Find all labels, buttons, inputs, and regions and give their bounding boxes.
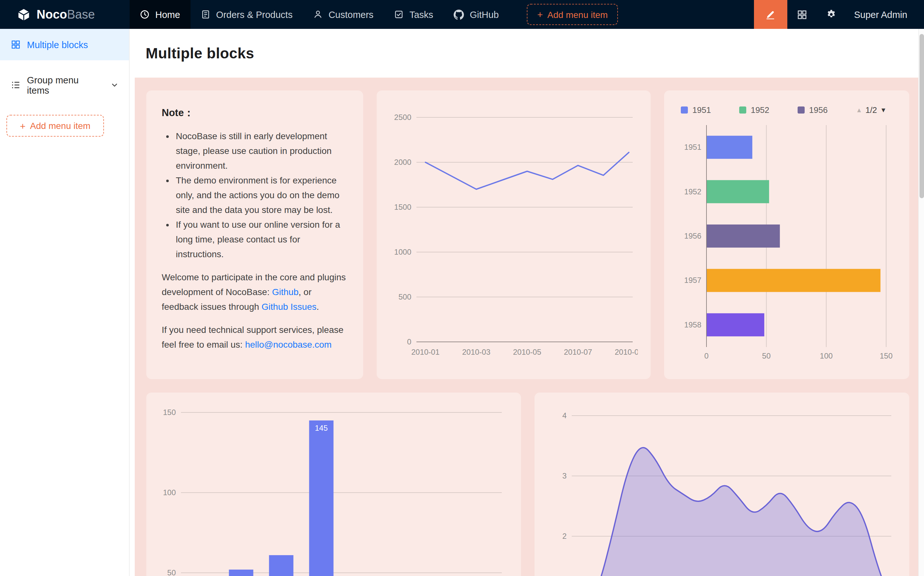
logo-text-light: Base	[67, 7, 95, 21]
chevron-down-icon	[111, 82, 118, 88]
legend-item-1951[interactable]: 1951	[681, 105, 711, 115]
body-row: Multiple blocks Group menu items + Add m…	[0, 29, 924, 576]
svg-text:2010-01: 2010-01	[412, 348, 440, 356]
customers-icon	[313, 10, 323, 19]
nav-actions: Super Admin	[754, 0, 924, 29]
note-paragraph: If you need technical support services, …	[162, 323, 348, 352]
legend-swatch	[681, 106, 688, 113]
legend-label: 1951	[692, 105, 711, 115]
svg-text:2010-05: 2010-05	[513, 348, 541, 356]
home-icon	[140, 10, 149, 19]
apps-button[interactable]	[787, 0, 817, 29]
scrollbar-thumb[interactable]	[919, 34, 924, 198]
sidebar-item-label: Multiple blocks	[27, 40, 88, 50]
note-title: Note：	[162, 104, 348, 121]
top-navigation: NocoBase Home Orders & Products Customer…	[0, 0, 924, 29]
github-issues-link[interactable]: Github Issues	[261, 301, 316, 312]
menu-item-customers[interactable]: Customers	[303, 0, 384, 29]
svg-text:2010-09: 2010-09	[615, 348, 638, 356]
column-chart-block: 15010050145	[146, 392, 521, 576]
main-content: Multiple blocks Note： NocoBase is still …	[130, 29, 924, 576]
user-menu[interactable]: Super Admin	[846, 9, 924, 19]
menu-item-github[interactable]: GitHub	[444, 0, 509, 29]
svg-text:2010-03: 2010-03	[462, 348, 490, 356]
sidebar-item-group-menu-items[interactable]: Group menu items	[0, 69, 129, 101]
note-bullet: If you want to use our online version fo…	[176, 218, 348, 262]
svg-text:4: 4	[562, 411, 567, 420]
sidebar-item-multiple-blocks[interactable]: Multiple blocks	[0, 29, 129, 60]
page-header: Multiple blocks	[130, 29, 924, 78]
legend-prev-icon[interactable]: ▲	[856, 106, 862, 113]
app-root: NocoBase Home Orders & Products Customer…	[0, 0, 924, 576]
legend-swatch	[739, 106, 746, 113]
svg-text:150: 150	[880, 352, 892, 360]
menu-item-label: Orders & Products	[216, 9, 293, 19]
nocobase-logo-icon	[17, 7, 31, 21]
svg-text:100: 100	[163, 488, 176, 497]
ui-editor-button[interactable]	[754, 0, 787, 29]
area-chart-block: 432	[535, 392, 909, 576]
page-title: Multiple blocks	[146, 45, 254, 62]
email-link[interactable]: hello@nocobase.com	[245, 339, 332, 350]
menu-item-label: Customers	[328, 9, 373, 19]
legend-page-indicator: 1/2	[865, 105, 877, 115]
content-area: Note： NocoBase is still in early develop…	[135, 78, 921, 576]
line-chart-block: 050010001500200025002010-012010-032010-0…	[377, 90, 651, 379]
plus-icon: +	[537, 10, 543, 19]
plus-icon: +	[20, 121, 26, 131]
github-link[interactable]: Github	[272, 287, 299, 297]
note-text: .	[317, 301, 319, 312]
svg-text:1951: 1951	[684, 143, 701, 151]
svg-text:2010-07: 2010-07	[564, 348, 592, 356]
note-bullet: The demo environment is for experience o…	[176, 173, 348, 218]
column-chart: 15010050145	[157, 403, 507, 576]
main-menu: Home Orders & Products Customers Tasks	[130, 0, 618, 29]
sidebar-add-menu-item-button[interactable]: + Add menu item	[6, 115, 104, 137]
svg-text:2000: 2000	[394, 158, 411, 166]
apps-grid-icon	[797, 9, 807, 19]
legend-item-1952[interactable]: 1952	[739, 105, 769, 115]
blocks-row-1: Note： NocoBase is still in early develop…	[146, 90, 909, 379]
logo-text-bold: Noco	[37, 7, 67, 21]
bar-chart-block: 1951 1952 1956 ▲	[664, 90, 909, 379]
gear-icon	[826, 9, 837, 20]
github-icon	[454, 9, 464, 19]
menu-item-tasks[interactable]: Tasks	[384, 0, 444, 29]
menu-item-orders-products[interactable]: Orders & Products	[190, 0, 303, 29]
svg-text:0: 0	[407, 338, 411, 346]
add-menu-item-label: Add menu item	[547, 9, 608, 19]
highlight-pen-icon	[765, 9, 776, 20]
nocobase-logo[interactable]: NocoBase	[0, 0, 130, 29]
blocks-row-2: 15010050145 432	[146, 392, 909, 576]
add-menu-item-label: Add menu item	[30, 121, 90, 131]
menu-item-home[interactable]: Home	[130, 0, 190, 29]
area-chart: 432	[545, 403, 895, 576]
svg-text:1952: 1952	[684, 187, 701, 196]
menu-item-label: GitHub	[470, 9, 498, 19]
svg-text:50: 50	[762, 352, 771, 360]
horizontal-bar-chart: 05010015019511952195619571958	[674, 121, 896, 368]
line-chart: 050010001500200025002010-012010-032010-0…	[387, 101, 638, 366]
list-icon	[11, 80, 21, 90]
legend-label: 1956	[809, 105, 828, 115]
legend-next-icon[interactable]: ▼	[880, 106, 887, 113]
note-bullet: NocoBase is still in early development s…	[176, 129, 348, 173]
svg-text:50: 50	[167, 568, 176, 576]
note-text: Welcome to participate in the core and p…	[162, 272, 346, 297]
svg-text:1500: 1500	[394, 203, 411, 211]
menu-item-label: Tasks	[409, 9, 433, 19]
legend-label: 1952	[751, 105, 769, 115]
menu-item-label: Home	[155, 9, 180, 19]
svg-text:100: 100	[820, 352, 833, 360]
svg-text:2500: 2500	[394, 113, 411, 122]
add-menu-item-button[interactable]: + Add menu item	[527, 4, 618, 25]
svg-text:1956: 1956	[684, 232, 701, 240]
svg-text:1000: 1000	[394, 248, 411, 256]
svg-text:150: 150	[163, 408, 176, 417]
legend-item-1956[interactable]: 1956	[797, 105, 828, 115]
svg-text:3: 3	[562, 472, 567, 480]
orders-icon	[200, 10, 210, 19]
settings-button[interactable]	[817, 0, 846, 29]
svg-text:0: 0	[704, 352, 708, 360]
svg-text:2: 2	[562, 532, 567, 541]
